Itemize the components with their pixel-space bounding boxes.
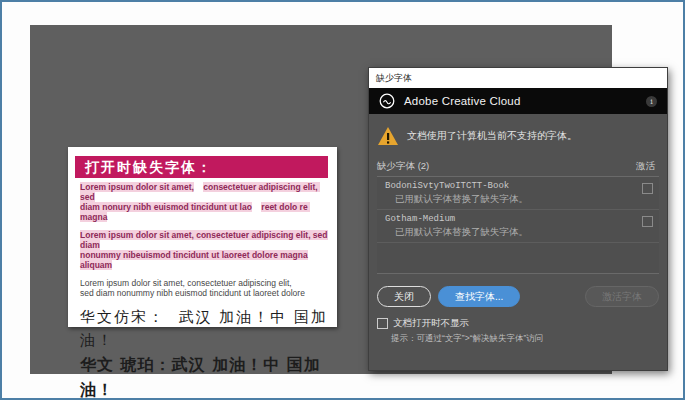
chinese-demo-line: 华文 琥珀：武汉 加油！中 国加油！	[80, 352, 329, 400]
missing-font-note: 已用默认字体替换了缺失字体。	[377, 226, 659, 239]
dont-show-checkbox[interactable]	[377, 318, 388, 329]
lorem-paragraph: Lorem ipsum dolor sit amet, consectetuer…	[80, 278, 329, 298]
find-fonts-button[interactable]: 查找字体...	[438, 286, 520, 307]
photoshop-canvas-background: 打开时缺失字体： Lorem ipsum dolor sit amet, con…	[30, 25, 612, 374]
adobe-cc-header: Adobe Creative Cloud i	[369, 88, 667, 114]
lorem-paragraph: Lorem ipsum dolor sit amet, consectetuer…	[80, 182, 329, 222]
creative-cloud-logo-icon	[379, 93, 395, 109]
font-activate-checkbox[interactable]	[642, 216, 653, 227]
missing-font-note: 已用默认字体替换了缺失字体。	[377, 193, 659, 206]
chinese-font-demo-lines: 华文仿宋： 武汉 加油！中 国加油！华文 琥珀：武汉 加油！中 国加油！华文隶书…	[80, 306, 329, 400]
missing-fonts-list: BodoniSvtyTwoITCTT-Book 已用默认字体替换了缺失字体。 G…	[377, 176, 659, 274]
dont-show-label: 文档打开时不显示	[393, 317, 469, 330]
missing-font-name: Gotham-Medium	[377, 214, 659, 224]
missing-fonts-dialog: 缺少字体 Adobe Creative Cloud i 文档使用了计算机当前不支…	[368, 67, 668, 371]
dialog-title: 缺少字体	[369, 68, 667, 88]
missing-font-row: BodoniSvtyTwoITCTT-Book 已用默认字体替换了缺失字体。	[377, 177, 659, 210]
document-banner-title: 打开时缺失字体：	[75, 156, 328, 178]
warning-text: 文档使用了计算机当前不支持的字体。	[407, 129, 577, 143]
dialog-buttons: 关闭 查找字体... 激活字体	[377, 286, 659, 307]
missing-fonts-list-header: 缺少字体 (2) 激活	[369, 156, 667, 176]
document-preview: 打开时缺失字体： Lorem ipsum dolor sit amet, con…	[68, 147, 337, 327]
missing-font-row: Gotham-Medium 已用默认字体替换了缺失字体。	[377, 210, 659, 243]
warning-triangle-icon	[377, 126, 399, 146]
lorem-paragraphs: Lorem ipsum dolor sit amet, consectetuer…	[80, 182, 329, 298]
page: 打开时缺失字体： Lorem ipsum dolor sit amet, con…	[0, 0, 685, 400]
list-header-label: 缺少字体 (2)	[377, 160, 429, 173]
info-icon[interactable]: i	[646, 96, 657, 107]
close-button[interactable]: 关闭	[377, 286, 431, 307]
activate-fonts-button-disabled[interactable]: 激活字体	[585, 286, 659, 307]
font-activate-checkbox[interactable]	[642, 183, 653, 194]
brand-label: Adobe Creative Cloud	[404, 95, 646, 107]
warning-row: 文档使用了计算机当前不支持的字体。	[369, 114, 667, 156]
lorem-paragraph: Lorem ipsum dolor sit amet, consectetuer…	[80, 230, 329, 270]
missing-font-name: BodoniSvtyTwoITCTT-Book	[377, 181, 659, 191]
document-body: Lorem ipsum dolor sit amet, consectetuer…	[80, 182, 329, 400]
dialog-footer: 文档打开时不显示 提示：可通过“文字”>“解决缺失字体”访问	[377, 317, 659, 345]
footer-hint: 提示：可通过“文字”>“解决缺失字体”访问	[391, 333, 659, 345]
chinese-demo-line: 华文仿宋： 武汉 加油！中 国加油！	[80, 306, 329, 352]
activate-column-label[interactable]: 激活	[636, 160, 655, 173]
